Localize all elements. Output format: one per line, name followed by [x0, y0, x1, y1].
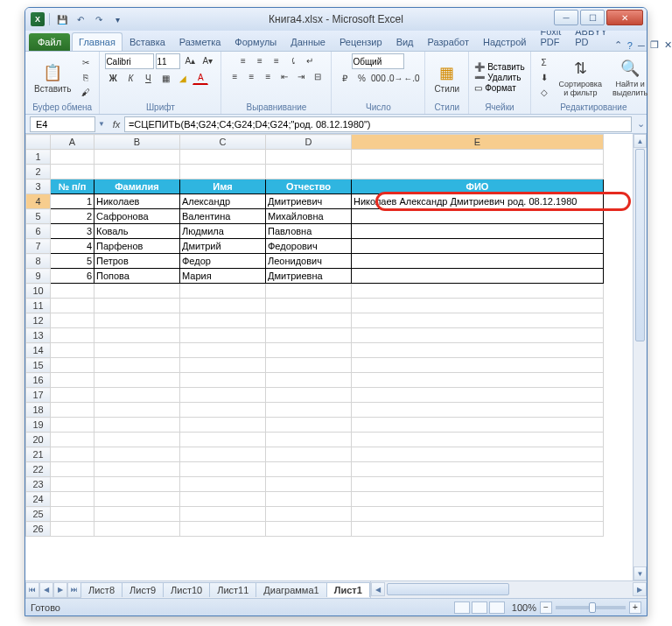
column-header-B[interactable]: B	[94, 135, 180, 150]
format-painter-icon[interactable]: 🖌	[78, 86, 94, 100]
row-header-3[interactable]: 3	[26, 179, 51, 194]
tab-layout[interactable]: Разметка	[172, 32, 228, 51]
column-header-E[interactable]: E	[352, 135, 604, 150]
cell[interactable]	[266, 462, 352, 477]
cell[interactable]	[51, 433, 94, 447]
cell[interactable]: Федорович	[266, 239, 352, 254]
scroll-up-icon[interactable]: ▲	[634, 134, 647, 148]
column-header-C[interactable]: C	[180, 135, 266, 150]
cell[interactable]	[266, 328, 352, 343]
cell[interactable]	[266, 358, 352, 373]
cell[interactable]	[51, 165, 94, 179]
row-header-22[interactable]: 22	[26, 462, 51, 477]
view-pagebreak-icon[interactable]	[489, 601, 505, 614]
percent-icon[interactable]: %	[354, 71, 369, 85]
column-header-A[interactable]: A	[51, 135, 94, 150]
cell[interactable]	[94, 388, 180, 403]
file-tab[interactable]: Файл	[29, 33, 70, 51]
scroll-thumb-h[interactable]	[387, 583, 509, 595]
row-header-24[interactable]: 24	[26, 492, 51, 507]
cell[interactable]: Павловна	[266, 224, 352, 239]
cells-insert-button[interactable]: Вставить	[487, 62, 524, 72]
cells-format-button[interactable]: Формат	[485, 83, 516, 93]
cell[interactable]	[180, 299, 266, 313]
tab-view[interactable]: Вид	[389, 32, 421, 51]
cell[interactable]	[94, 447, 180, 462]
table-header-cell[interactable]: ФИО	[352, 179, 604, 194]
tab-nav-first-icon[interactable]: ⏮	[25, 582, 39, 598]
cell[interactable]: Петров	[94, 254, 180, 269]
cell[interactable]	[94, 403, 180, 418]
cell[interactable]: Сафронова	[94, 209, 180, 224]
cell[interactable]	[352, 313, 604, 328]
cell[interactable]	[266, 507, 352, 522]
cell[interactable]: Парфенов	[94, 239, 180, 254]
cell[interactable]	[352, 358, 604, 373]
sheet-tab[interactable]: Лист9	[122, 582, 164, 597]
merge-icon[interactable]: ⊟	[310, 69, 326, 83]
grow-font-icon[interactable]: A▴	[182, 53, 198, 67]
cell[interactable]	[180, 150, 266, 165]
cell[interactable]	[352, 462, 604, 477]
scroll-down-icon[interactable]: ▼	[634, 566, 647, 580]
cell[interactable]	[180, 522, 266, 537]
paste-button[interactable]: 📋 Вставить	[31, 60, 74, 95]
cell[interactable]	[352, 388, 604, 403]
cell[interactable]	[266, 433, 352, 447]
cell[interactable]	[266, 522, 352, 537]
cell[interactable]: Леонидович	[266, 254, 352, 269]
cell[interactable]	[352, 373, 604, 388]
row-header-11[interactable]: 11	[26, 299, 51, 313]
align-left-icon[interactable]: ≡	[227, 69, 242, 83]
table-header-cell[interactable]: Отчество	[266, 179, 352, 194]
row-header-26[interactable]: 26	[26, 522, 51, 537]
cell[interactable]	[51, 447, 94, 462]
fill-icon[interactable]: ⬇	[536, 71, 552, 85]
align-top-icon[interactable]: ≡	[235, 53, 251, 67]
sheet-tab[interactable]: Лист10	[163, 582, 210, 597]
qat-customize-icon[interactable]: ▾	[109, 11, 125, 27]
cell[interactable]	[180, 403, 266, 418]
row-header-19[interactable]: 19	[26, 418, 51, 433]
cell[interactable]	[94, 462, 180, 477]
cell[interactable]	[352, 447, 604, 462]
cell[interactable]	[51, 388, 94, 403]
indent-dec-icon[interactable]: ⇤	[276, 69, 292, 83]
cell[interactable]: Коваль	[94, 224, 180, 239]
cell[interactable]	[266, 165, 352, 179]
cell[interactable]	[266, 492, 352, 507]
cell[interactable]	[94, 165, 180, 179]
cell[interactable]	[352, 522, 604, 537]
workbook-restore-icon[interactable]: ❐	[650, 39, 659, 51]
tab-data[interactable]: Данные	[284, 32, 332, 51]
view-normal-icon[interactable]	[454, 601, 470, 614]
cell[interactable]	[51, 507, 94, 522]
cell[interactable]	[180, 388, 266, 403]
row-header-13[interactable]: 13	[26, 328, 51, 343]
minimize-button[interactable]: ─	[554, 10, 578, 25]
cell[interactable]	[94, 358, 180, 373]
cell[interactable]	[94, 328, 180, 343]
cell[interactable]	[266, 403, 352, 418]
row-header-16[interactable]: 16	[26, 373, 51, 388]
column-header-D[interactable]: D	[266, 135, 352, 150]
sheet-tab[interactable]: Лист11	[209, 582, 256, 597]
sheet-tab[interactable]: Лист1	[326, 582, 370, 597]
cell[interactable]	[180, 462, 266, 477]
cell[interactable]	[180, 447, 266, 462]
cell[interactable]	[51, 299, 94, 313]
row-header-21[interactable]: 21	[26, 447, 51, 462]
cell[interactable]	[352, 328, 604, 343]
cell[interactable]	[51, 328, 94, 343]
cell[interactable]: Дмитриевна	[266, 269, 352, 284]
vertical-scrollbar[interactable]: ▲ ▼	[633, 134, 647, 580]
cell[interactable]	[94, 150, 180, 165]
cell[interactable]	[352, 224, 604, 239]
cell[interactable]	[94, 433, 180, 447]
row-header-14[interactable]: 14	[26, 343, 51, 358]
cell[interactable]	[51, 284, 94, 299]
scroll-right-icon[interactable]: ▶	[633, 582, 647, 596]
cell[interactable]	[266, 388, 352, 403]
cell[interactable]	[180, 358, 266, 373]
qat-save-icon[interactable]: 💾	[54, 11, 70, 27]
